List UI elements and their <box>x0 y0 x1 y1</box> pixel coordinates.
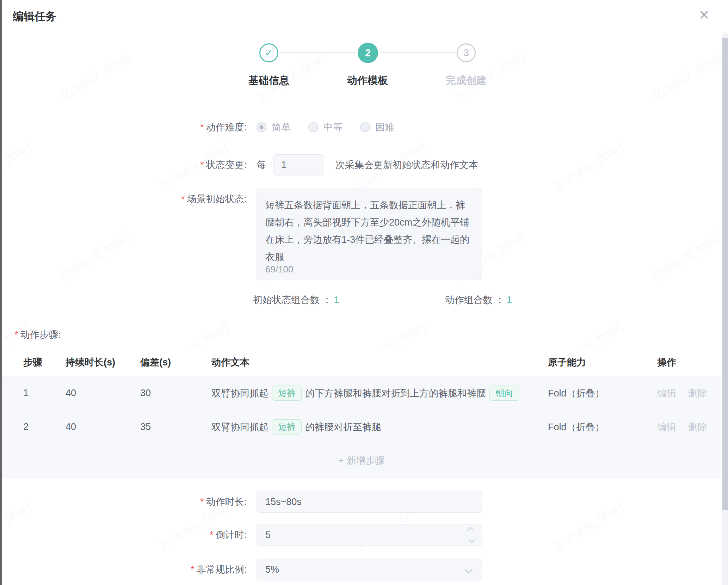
unusual-ratio-label: *非常规比例: <box>2 563 247 576</box>
radio-label: 中等 <box>323 121 343 134</box>
initial-state-row: *场景初始状态: 69/100 <box>2 188 721 280</box>
required-asterisk: * <box>191 564 195 575</box>
cell-step: 1 <box>23 388 66 399</box>
col-header-deviation: 偏差(s) <box>140 356 211 369</box>
dialog-body: ✓ 2 3 基础信息 动作模板 完成创建 *动作难度: 简单 中等 <box>2 33 721 580</box>
difficulty-radio-group: 简单 中等 困难 <box>257 121 394 134</box>
initial-combo-value: 1 <box>334 295 339 305</box>
close-icon[interactable]: ✕ <box>698 8 710 22</box>
cell-ability: Fold（折叠） <box>548 387 657 400</box>
chevron-down-icon <box>468 536 475 543</box>
difficulty-row: *动作难度: 简单 中等 困难 <box>2 119 721 135</box>
action-duration-row: *动作时长: <box>2 491 721 513</box>
radio-label: 简单 <box>272 121 291 134</box>
countdown-field <box>257 524 482 546</box>
edit-link[interactable]: 编辑 <box>657 387 676 400</box>
table-row: 1 40 30 双臂协同抓起 短裤 的下方裤腿和裤腰对折到上方的裤腿和裤腰 朝向… <box>2 376 721 410</box>
required-asterisk: * <box>200 497 204 507</box>
chevron-up-icon <box>467 527 473 534</box>
action-text: 双臂协同抓起 <box>211 421 269 433</box>
unusual-ratio-value[interactable] <box>257 559 466 580</box>
step-2-label: 动作模板 <box>325 74 410 88</box>
action-duration-field <box>257 491 482 513</box>
col-header-ability: 原子能力 <box>548 356 657 369</box>
required-asterisk: * <box>181 194 185 204</box>
countdown-row: *倒计时: <box>2 524 721 546</box>
initial-combo-count: 初始状态组合数 ：1 <box>253 294 339 306</box>
scrollbar-thumb[interactable] <box>722 38 728 510</box>
edit-task-dialog: [current_time][current_time][current_tim… <box>0 0 728 585</box>
chevron-down-icon <box>465 566 472 573</box>
action-text: 双臂协同抓起 <box>211 387 269 400</box>
state-change-input[interactable] <box>273 154 324 176</box>
action-steps-section-label: *动作步骤: <box>14 327 721 342</box>
difficulty-label: *动作难度: <box>2 121 247 134</box>
required-asterisk: * <box>200 160 204 170</box>
required-asterisk: * <box>210 530 214 540</box>
object-tag: 短裤 <box>272 419 302 435</box>
step-1-check-icon: ✓ <box>259 43 278 62</box>
col-header-action-text: 动作文本 <box>211 356 548 369</box>
cell-duration: 40 <box>66 421 140 432</box>
col-header-operations: 操作 <box>657 356 721 369</box>
cell-action-text: 双臂协同抓起 短裤 的裤腰对折至裤腿 <box>211 419 548 435</box>
scrollbar-track[interactable] <box>722 33 728 585</box>
initial-state-textarea-wrap: 69/100 <box>257 188 482 280</box>
countdown-input[interactable] <box>257 524 460 546</box>
step-2-symbol: 2 <box>365 47 371 59</box>
delete-link[interactable]: 删除 <box>688 387 707 400</box>
object-tag: 短裤 <box>272 386 302 401</box>
action-combo-count: 动作组合数 ：1 <box>445 294 512 306</box>
state-change-suffix: 次采集会更新初始状态和动作文本 <box>335 159 478 171</box>
spinner-up-button[interactable] <box>460 524 482 535</box>
dialog-title: 编辑任务 <box>13 9 56 24</box>
radio-circle <box>360 122 370 132</box>
wizard-stepper: ✓ 2 3 基础信息 动作模板 完成创建 <box>220 43 516 90</box>
action-duration-input[interactable] <box>257 491 482 512</box>
radio-difficulty-hard[interactable]: 困难 <box>360 121 394 134</box>
unusual-ratio-select[interactable] <box>257 559 482 580</box>
action-steps-table: 步骤 持续时长(s) 偏差(s) 动作文本 原子能力 操作 1 40 30 双臂… <box>2 349 721 478</box>
step-1-symbol: ✓ <box>265 47 273 59</box>
orientation-tag: 朝向 <box>489 386 519 401</box>
edit-link[interactable]: 编辑 <box>657 421 676 433</box>
radio-difficulty-medium[interactable]: 中等 <box>308 121 343 134</box>
radio-label: 困难 <box>375 121 394 134</box>
window-edge <box>0 0 2 585</box>
action-combo-value: 1 <box>507 295 512 305</box>
required-asterisk: * <box>200 122 204 133</box>
step-2-circle: 2 <box>358 43 378 63</box>
cell-duration: 40 <box>66 388 140 399</box>
spinner-down-button[interactable] <box>460 535 482 546</box>
cell-action-text: 双臂协同抓起 短裤 的下方裤腿和裤腰对折到上方的裤腿和裤腰 朝向 <box>211 386 548 401</box>
state-change-control: 每 次采集会更新初始状态和动作文本 <box>257 154 478 176</box>
cell-ability: Fold（折叠） <box>548 421 657 433</box>
number-spinner <box>460 524 482 546</box>
state-change-prefix: 每 <box>257 159 266 171</box>
cell-operations: 编辑 删除 <box>657 387 721 400</box>
step-3-circle: 3 <box>457 43 476 62</box>
step-3-label: 完成创建 <box>424 74 508 88</box>
cell-deviation: 35 <box>140 421 211 432</box>
cell-deviation: 30 <box>140 388 211 399</box>
col-header-step: 步骤 <box>23 356 66 369</box>
stepper-connector <box>380 52 455 53</box>
combo-counts-row: 初始状态组合数 ：1 动作组合数 ：1 <box>2 293 721 307</box>
countdown-label: *倒计时: <box>2 529 247 541</box>
required-asterisk: * <box>14 330 18 340</box>
step-3-symbol: 3 <box>463 47 469 58</box>
stepper-connector <box>279 52 356 53</box>
table-row: 2 40 35 双臂协同抓起 短裤 的裤腰对折至裤腿 Fold（折叠） 编辑 删… <box>2 410 721 444</box>
initial-state-label: *场景初始状态: <box>2 188 247 205</box>
step-1-label: 基础信息 <box>227 74 311 88</box>
add-step-button[interactable]: + 新增步骤 <box>2 444 721 478</box>
radio-circle <box>308 122 318 132</box>
action-text: 的裤腰对折至裤腿 <box>305 421 381 433</box>
radio-difficulty-easy[interactable]: 简单 <box>257 121 291 134</box>
action-duration-label: *动作时长: <box>2 495 247 508</box>
delete-link[interactable]: 删除 <box>688 421 707 433</box>
unusual-ratio-row: *非常规比例: <box>2 559 721 580</box>
radio-circle <box>257 122 266 132</box>
table-header-row: 步骤 持续时长(s) 偏差(s) 动作文本 原子能力 操作 <box>2 349 721 376</box>
col-header-duration: 持续时长(s) <box>66 356 140 369</box>
